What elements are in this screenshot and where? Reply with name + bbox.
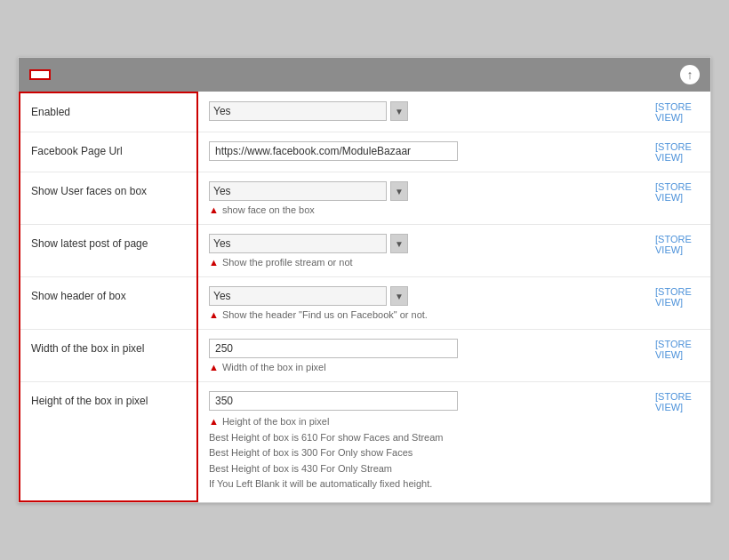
- panel-header: ↑: [19, 58, 710, 92]
- hint-text: Show the header "Find us on Facebook" or…: [222, 309, 428, 320]
- field-value: YesNo▼▲show face on the box: [197, 172, 648, 225]
- field-value: YesNo▼▲Show the header "Find us on Faceb…: [197, 277, 648, 330]
- table-row: Height of the box in pixel▲Height of the…: [20, 382, 710, 501]
- text-input[interactable]: [209, 391, 458, 411]
- table-row: Facebook Page Url[STOREVIEW]: [20, 132, 710, 172]
- field-select[interactable]: YesNo: [209, 101, 387, 121]
- hint-triangle-icon: ▲: [209, 204, 219, 215]
- select-arrow-icon[interactable]: ▼: [390, 234, 408, 253]
- store-view-link[interactable]: [STOREVIEW]: [648, 277, 710, 330]
- settings-table: EnabledYesNo▼[STOREVIEW]Facebook Page Ur…: [19, 92, 710, 502]
- hint-text: Show the profile stream or not: [222, 257, 353, 268]
- field-hint: ▲Show the header "Find us on Facebook" o…: [209, 309, 637, 320]
- hint-triangle-icon: ▲: [209, 362, 219, 372]
- text-input[interactable]: [209, 339, 458, 358]
- field-select[interactable]: YesNo: [209, 286, 387, 306]
- table-row: Show header of boxYesNo▼▲Show the header…: [20, 277, 710, 330]
- field-label: Height of the box in pixel: [20, 382, 197, 501]
- table-row: EnabledYesNo▼[STOREVIEW]: [20, 92, 710, 132]
- store-view-link[interactable]: [STOREVIEW]: [648, 132, 710, 172]
- panel-title: [29, 69, 51, 80]
- table-row: Show User faces on boxYesNo▼▲show face o…: [20, 172, 710, 225]
- field-label: Enabled: [20, 92, 197, 132]
- store-view-link[interactable]: [STOREVIEW]: [648, 92, 710, 132]
- height-hints: ▲Height of the box in pixelBest Height o…: [209, 414, 637, 492]
- field-value: YesNo▼▲Show the profile stream or not: [197, 225, 648, 277]
- field-hint: ▲Width of the box in pixel: [209, 362, 637, 372]
- select-arrow-icon[interactable]: ▼: [390, 181, 408, 201]
- hint-text: Width of the box in pixel: [222, 362, 326, 372]
- hint-line: Best Height of box is 430 For Only Strea…: [209, 461, 637, 477]
- hint-triangle-icon: ▲: [209, 414, 219, 430]
- table-row: Width of the box in pixel▲Width of the b…: [20, 330, 710, 382]
- collapse-icon[interactable]: ↑: [680, 65, 700, 84]
- hint-triangle-icon: ▲: [209, 309, 219, 320]
- field-hint: ▲Show the profile stream or not: [209, 257, 637, 268]
- table-row: Show latest post of pageYesNo▼▲Show the …: [20, 225, 710, 277]
- store-view-link[interactable]: [STOREVIEW]: [648, 225, 710, 277]
- field-value: [197, 132, 648, 172]
- field-label: Width of the box in pixel: [20, 330, 197, 382]
- settings-panel: ↑ EnabledYesNo▼[STOREVIEW]Facebook Page …: [18, 57, 711, 503]
- field-label: Show latest post of page: [20, 225, 197, 277]
- hint-line: Best Height of box is 610 For show Faces…: [209, 430, 637, 446]
- hint-line: ▲Height of the box in pixel: [209, 414, 637, 430]
- select-arrow-icon[interactable]: ▼: [390, 101, 408, 121]
- store-view-link[interactable]: [STOREVIEW]: [648, 172, 710, 225]
- select-arrow-icon[interactable]: ▼: [390, 286, 408, 306]
- hint-text: Height of the box in pixel: [222, 414, 329, 430]
- field-value: ▲Width of the box in pixel: [197, 330, 648, 382]
- text-input[interactable]: [209, 141, 458, 161]
- field-select[interactable]: YesNo: [209, 234, 387, 253]
- field-label: Show User faces on box: [20, 172, 197, 225]
- field-select[interactable]: YesNo: [209, 181, 387, 201]
- hint-triangle-icon: ▲: [209, 257, 219, 268]
- field-value: ▲Height of the box in pixelBest Height o…: [197, 382, 648, 501]
- field-label: Facebook Page Url: [20, 132, 197, 172]
- hint-line: If You Left Blank it will be automatical…: [209, 476, 637, 492]
- field-hint: ▲show face on the box: [209, 204, 637, 215]
- store-view-link[interactable]: [STOREVIEW]: [648, 330, 710, 382]
- panel-body: EnabledYesNo▼[STOREVIEW]Facebook Page Ur…: [19, 92, 710, 502]
- field-label: Show header of box: [20, 277, 197, 330]
- hint-text: show face on the box: [222, 204, 315, 215]
- store-view-link[interactable]: [STOREVIEW]: [648, 382, 710, 501]
- field-value: YesNo▼: [197, 92, 648, 132]
- hint-line: Best Height of box is 300 For Only show …: [209, 445, 637, 461]
